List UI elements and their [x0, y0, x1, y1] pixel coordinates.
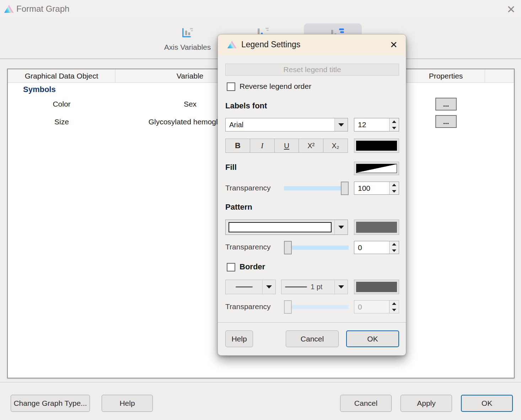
dialog-cancel-button[interactable]: Cancel [286, 330, 339, 347]
change-graph-type-button[interactable]: Change Graph Type... [11, 395, 90, 412]
italic-button[interactable]: I [250, 139, 275, 152]
dialog-ok-button[interactable]: OK [346, 330, 399, 347]
reverse-legend-order-checkbox[interactable] [227, 82, 235, 91]
pattern-heading: Pattern [225, 203, 252, 212]
pattern-transparency-value[interactable]: 0 [354, 241, 389, 254]
chevron-down-icon[interactable] [335, 118, 348, 131]
spin-down-icon [390, 307, 399, 313]
dialog-help-button[interactable]: Help [225, 330, 253, 347]
superscript-button[interactable]: X² [299, 139, 323, 152]
spin-down-icon[interactable] [390, 188, 399, 195]
pattern-preview [229, 222, 332, 232]
slider-track [284, 186, 349, 190]
slider-thumb[interactable] [284, 241, 292, 254]
font-size-value[interactable]: 12 [354, 118, 389, 131]
spin-up-icon[interactable] [390, 182, 399, 188]
slider-thumb[interactable] [341, 182, 349, 195]
border-color-swatch[interactable] [354, 280, 399, 294]
pattern-transparency-slider[interactable] [284, 241, 349, 254]
tab-axis-variables[interactable]: Axis Variables [156, 26, 219, 56]
dialog-header[interactable]: Legend Settings ✕ [218, 34, 406, 55]
window-close-icon[interactable]: ✕ [504, 2, 518, 16]
pattern-preview-field [226, 220, 335, 235]
legend-settings-dialog: Legend Settings ✕ Reset legend title Rev… [217, 34, 406, 356]
slider-thumb [284, 300, 292, 314]
chevron-down-icon[interactable] [335, 280, 348, 294]
row-size-object: Size [8, 118, 116, 126]
pattern-select[interactable] [225, 220, 348, 235]
slider-track [284, 246, 349, 250]
title-bar: Format Graph ✕ [0, 0, 521, 18]
spin-up-icon[interactable] [390, 118, 399, 125]
slider-track [284, 305, 349, 309]
line-style-preview [226, 280, 263, 294]
border-line-style-select[interactable] [225, 280, 276, 294]
subscript-button[interactable]: X₂ [323, 139, 348, 152]
window-title: Format Graph [16, 4, 69, 14]
spin-down-icon[interactable] [390, 125, 399, 131]
bottom-bar: Change Graph Type... Help Cancel Apply O… [0, 382, 521, 420]
border-transparency-stepper: 0 [354, 300, 399, 313]
border-width-select[interactable]: 1 pt [281, 280, 348, 294]
font-style-toolbar: B I U X² X₂ [225, 139, 348, 153]
fill-color-swatch[interactable] [354, 162, 399, 175]
font-family-select[interactable]: Arial [225, 118, 348, 131]
pattern-transparency-label: Transparency [225, 243, 271, 251]
header-properties: Properties [407, 69, 485, 82]
header-blank [485, 69, 514, 82]
row-color-object: Color [8, 100, 116, 108]
dialog-title: Legend Settings [241, 40, 300, 49]
spin-down-icon[interactable] [390, 248, 399, 254]
chevron-down-icon[interactable] [263, 280, 275, 294]
main-help-button[interactable]: Help [102, 395, 153, 412]
main-apply-button[interactable]: Apply [401, 395, 452, 412]
main-cancel-button[interactable]: Cancel [340, 395, 392, 412]
row-color-properties-button[interactable]: ... [435, 98, 457, 111]
border-width-field: 1 pt [281, 280, 335, 294]
border-transparency-label: Transparency [225, 302, 271, 311]
main-ok-button[interactable]: OK [461, 395, 513, 412]
border-transparency-slider [284, 300, 349, 314]
bold-button[interactable]: B [226, 139, 250, 152]
fill-heading: Fill [225, 163, 237, 172]
header-graphical-data-object: Graphical Data Object [8, 69, 116, 82]
reset-legend-title-button[interactable]: Reset legend title [225, 64, 399, 76]
prism-logo-icon [4, 4, 14, 14]
tab-axis-variables-label: Axis Variables [164, 43, 211, 52]
pattern-color-swatch[interactable] [354, 220, 399, 235]
font-size-stepper[interactable]: 12 [354, 118, 399, 131]
chevron-down-icon[interactable] [335, 220, 348, 235]
border-transparency-value: 0 [354, 301, 389, 313]
labels-font-heading: Labels font [225, 101, 267, 111]
dialog-footer-separator [218, 322, 406, 323]
underline-button[interactable]: U [275, 139, 299, 152]
border-checkbox[interactable] [227, 263, 235, 271]
border-width-value: 1 pt [311, 283, 322, 291]
font-family-value: Arial [226, 118, 335, 131]
border-heading: Border [240, 262, 265, 271]
row-size-properties-button[interactable]: ... [435, 115, 457, 128]
fill-transparency-value[interactable]: 100 [354, 182, 389, 194]
dialog-close-icon[interactable]: ✕ [387, 38, 400, 51]
prism-logo-icon [227, 40, 237, 49]
format-graph-window: Format Graph ✕ Axis Variables [0, 0, 521, 420]
fill-transparency-label: Transparency [225, 184, 271, 192]
group-label-symbols: Symbols [23, 85, 56, 94]
fill-transparency-stepper[interactable]: 100 [354, 182, 399, 195]
spin-up-icon[interactable] [390, 241, 399, 248]
spin-up-icon [390, 301, 399, 307]
pattern-transparency-stepper[interactable]: 0 [354, 241, 399, 254]
reverse-legend-order-label: Reverse legend order [240, 82, 311, 91]
fill-transparency-slider[interactable] [284, 182, 349, 195]
font-color-swatch[interactable] [354, 139, 399, 153]
axis-variables-icon [181, 26, 194, 40]
